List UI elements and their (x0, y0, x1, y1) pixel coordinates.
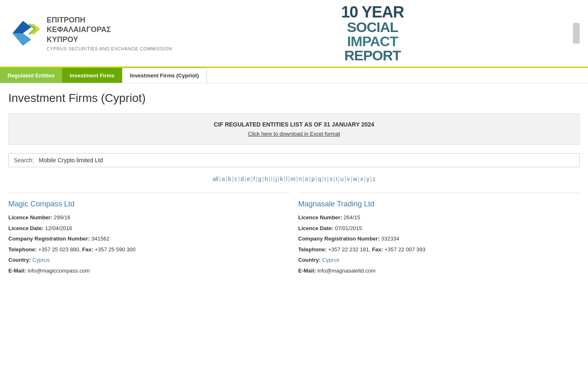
logo-text: ΕΠΙΤΡΟΠΗ ΚΕΦΑΛΑΙΑΓΟΡΑΣ ΚΥΠΡΟΥ CYPRUS SEC… (47, 15, 172, 51)
alpha-link-g[interactable]: g (258, 176, 262, 182)
alpha-sep: | (238, 176, 240, 182)
alpha-sep: | (288, 176, 290, 182)
svg-marker-3 (23, 33, 31, 46)
alpha-sep: | (219, 176, 221, 182)
companies-grid: Magic Compass Ltd Licence Number: 299/16… (8, 193, 580, 292)
alpha-link-p[interactable]: p (311, 176, 315, 182)
svg-marker-0 (12, 21, 23, 33)
alpha-sep: | (309, 176, 311, 182)
company-name[interactable]: Magic Compass Ltd (8, 200, 290, 208)
search-row: Search: (8, 153, 580, 167)
alphabet-nav: all|a|b|c|d|e|f|g|h|i|j|k|l|m|n|o|p|q|r|… (8, 176, 580, 182)
alpha-sep: | (322, 176, 324, 182)
alpha-sep: | (303, 176, 304, 182)
licence-number-field: Licence Number: 264/15 (298, 213, 580, 222)
alpha-link-m[interactable]: m (291, 176, 296, 182)
search-label: Search: (14, 157, 34, 164)
alpha-sep: | (333, 176, 335, 182)
company-card: Magic Compass Ltd Licence Number: 299/16… (8, 193, 290, 284)
alpha-link-d[interactable]: d (241, 176, 244, 182)
alpha-link-e[interactable]: e (247, 176, 250, 182)
alpha-sep: | (251, 176, 253, 182)
page-content: Investment Firms (Cypriot) CIF REGULATED… (0, 83, 588, 292)
alpha-link-h[interactable]: h (264, 176, 268, 182)
alpha-link-i[interactable]: i (271, 176, 272, 182)
logo-area: ΕΠΙΤΡΟΠΗ ΚΕΦΑΛΑΙΑΓΟΡΑΣ ΚΥΠΡΟΥ CYPRUS SEC… (8, 15, 172, 51)
social-impact-banner: 10 YEAR SOCIAL IMPACT REPORT (341, 4, 404, 62)
alpha-link-z[interactable]: z (373, 176, 376, 182)
nav-regulated-entities[interactable]: Regulated Entities (0, 68, 62, 83)
svg-marker-1 (12, 33, 23, 46)
email-field: E-Mail: info@magnasaleltd.com (298, 267, 580, 275)
country-field: Country: Cyprus (298, 256, 580, 264)
alpha-sep: | (232, 176, 234, 182)
alpha-sep: | (351, 176, 352, 182)
info-box: CIF REGULATED ENTITIES LIST AS OF 31 JAN… (8, 113, 580, 145)
alpha-link-s[interactable]: s (329, 176, 332, 182)
alpha-link-k[interactable]: k (280, 176, 283, 182)
alpha-sep: | (278, 176, 279, 182)
alpha-sep: | (338, 176, 340, 182)
alpha-sep: | (256, 176, 257, 182)
download-excel-link[interactable]: Click here to download in Excel format (248, 131, 340, 137)
reg-number-field: Company Registration Number: 341562 (8, 235, 290, 243)
licence-date-field: Licence Date: 07/01/2015 (298, 224, 580, 233)
nav-investment-firms-cypriot[interactable]: Investment Firms (Cypriot) (122, 68, 207, 83)
alpha-link-b[interactable]: b (228, 176, 232, 182)
reg-number-field: Company Registration Number: 332334 (298, 235, 580, 243)
alpha-link-j[interactable]: j (276, 176, 277, 182)
svg-marker-2 (23, 21, 31, 33)
alpha-sep: | (269, 176, 270, 182)
scroll-indicator[interactable] (573, 23, 580, 44)
alpha-sep: | (296, 176, 298, 182)
org-name-english: CYPRUS SECURITIES AND EXCHANGE COMMISSIO… (47, 46, 172, 51)
alpha-link-c[interactable]: c (234, 176, 237, 182)
alpha-sep: | (316, 176, 317, 182)
alpha-link-u[interactable]: u (340, 176, 344, 182)
alpha-link-r[interactable]: r (324, 176, 326, 182)
email-field: E-Mail: info@magiccompass.com (8, 267, 290, 275)
list-title: CIF REGULATED ENTITIES LIST AS OF 31 JAN… (17, 121, 571, 128)
company-card: Magnasale Trading Ltd Licence Number: 26… (298, 193, 580, 284)
alpha-sep: | (364, 176, 366, 182)
alpha-link-n[interactable]: n (299, 176, 302, 182)
alpha-sep: | (244, 176, 246, 182)
country-field: Country: Cyprus (8, 256, 290, 264)
alpha-sep: | (358, 176, 360, 182)
header: ΕΠΙΤΡΟΠΗ ΚΕΦΑΛΑΙΑΓΟΡΑΣ ΚΥΠΡΟΥ CYPRUS SEC… (0, 0, 588, 68)
alpha-sep: | (284, 176, 285, 182)
page-title: Investment Firms (Cypriot) (8, 92, 580, 105)
org-name-greek: ΕΠΙΤΡΟΠΗ ΚΕΦΑΛΑΙΑΓΟΡΑΣ ΚΥΠΡΟΥ (47, 15, 172, 45)
alpha-link-l[interactable]: l (286, 176, 287, 182)
logo-icon (8, 17, 42, 50)
alpha-link-q[interactable]: q (318, 176, 321, 182)
telephone-field: Telephone: +357 25 023 880, Fax: +357 25… (8, 246, 290, 254)
alpha-link-f[interactable]: f (254, 176, 255, 182)
search-input[interactable] (39, 157, 574, 164)
telephone-field: Telephone: +357 22 232 181, Fax: +357 22… (298, 246, 580, 254)
alpha-link-a[interactable]: a (222, 176, 225, 182)
alpha-link-t[interactable]: t (336, 176, 337, 182)
licence-number-field: Licence Number: 299/16 (8, 213, 290, 222)
alpha-sep: | (344, 176, 346, 182)
nav-investment-firms[interactable]: Investment Firms (62, 68, 122, 83)
licence-date-field: Licence Date: 12/04/2016 (8, 224, 290, 233)
alpha-link-x[interactable]: x (360, 176, 363, 182)
alpha-link-o[interactable]: o (305, 176, 309, 182)
alpha-sep: | (226, 176, 227, 182)
alpha-sep: | (273, 176, 275, 182)
breadcrumb-nav: Regulated Entities Investment Firms Inve… (0, 68, 588, 83)
alpha-link-y[interactable]: y (366, 176, 369, 182)
alpha-link-w[interactable]: w (353, 176, 357, 182)
alpha-link-all[interactable]: all (212, 176, 218, 182)
company-name[interactable]: Magnasale Trading Ltd (298, 200, 580, 208)
alpha-link-v[interactable]: v (347, 176, 350, 182)
alpha-sep: | (327, 176, 329, 182)
alpha-sep: | (262, 176, 264, 182)
alpha-sep: | (370, 176, 372, 182)
